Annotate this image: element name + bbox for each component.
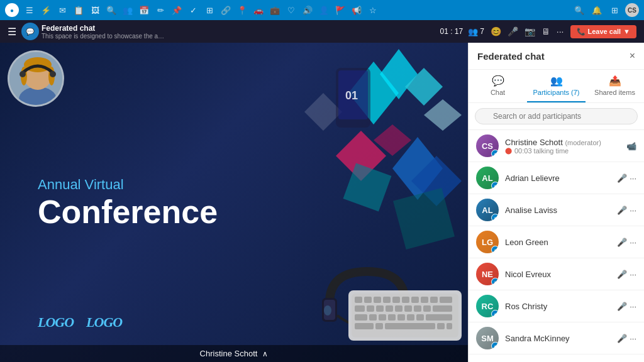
mute-button[interactable]: 🎤	[506, 25, 519, 38]
mute-participant-icon[interactable]: 🎤	[617, 270, 627, 279]
participant-status: ⬤ 00:03 talking time	[505, 147, 620, 155]
mute-participant-icon[interactable]: 🎤	[617, 238, 627, 247]
participant-name: Adrian Lelievre	[505, 173, 611, 183]
federated-badge: ●	[491, 150, 499, 157]
emoji-button[interactable]: 😊	[489, 25, 502, 38]
tab-chat[interactable]: 💬 Chat	[469, 70, 527, 102]
svg-rect-46	[397, 314, 405, 321]
svg-rect-39	[414, 305, 421, 312]
nav-flag-icon[interactable]: 🚩	[333, 3, 347, 17]
screen-share-button[interactable]: 🖥	[540, 25, 552, 38]
svg-marker-10	[424, 99, 462, 131]
participant-info: Leon Green	[505, 238, 611, 247]
leave-dropdown-icon: ▼	[623, 28, 630, 35]
mute-participant-icon[interactable]: 🎤	[617, 206, 627, 215]
participant-info: Nicol Evreux	[505, 270, 611, 279]
nav-notes-icon[interactable]: 📌	[170, 3, 184, 17]
call-room-icon: 💬	[21, 23, 39, 40]
main-content: 01 Annual Virtual Conference LOGO LOGO	[0, 43, 644, 362]
nav-car-icon[interactable]: 🚗	[252, 3, 265, 17]
sidebar-tabs: 💬 Chat 👥 Participants (7) 📤 Shared items	[469, 70, 644, 103]
nav-megaphone-icon[interactable]: 📢	[350, 3, 364, 17]
participant-search-input[interactable]	[475, 108, 638, 124]
svg-text:01: 01	[345, 89, 358, 102]
svg-rect-49	[426, 314, 452, 321]
svg-rect-27	[392, 297, 400, 303]
more-options-icon[interactable]: ···	[630, 173, 636, 183]
participant-avatar: NE ●	[476, 263, 499, 285]
nav-grid-icon[interactable]: ⊞	[203, 3, 216, 17]
svg-rect-29	[411, 297, 419, 303]
svg-rect-51	[375, 323, 383, 329]
svg-rect-26	[383, 297, 391, 303]
participant-avatar: LG ●	[476, 231, 499, 253]
more-options-button[interactable]: ···	[555, 25, 565, 38]
participants-count: 👥7	[468, 27, 484, 36]
call-room-name: Federated chat	[42, 24, 167, 33]
nav-user-icon[interactable]: 👤	[317, 3, 331, 17]
svg-rect-47	[407, 314, 414, 321]
more-options-icon[interactable]: ···	[630, 270, 636, 279]
participant-item: RC ● Ros Christy 🎤 ···	[469, 290, 644, 322]
shared-tab-label: Shared items	[594, 89, 635, 96]
nav-tasks-icon[interactable]: ✓	[186, 3, 200, 17]
nav-heart-icon[interactable]: ♡	[284, 3, 298, 17]
mute-participant-icon[interactable]: 🎤	[617, 302, 627, 311]
nav-photos-icon[interactable]: 🖼	[88, 3, 102, 17]
nav-audio-icon[interactable]: 🔊	[301, 3, 314, 17]
more-options-icon[interactable]: ···	[630, 334, 636, 343]
more-options-icon[interactable]: ···	[630, 206, 636, 215]
call-timer: 01 : 17	[440, 27, 463, 36]
participant-controls: 🎤 ···	[617, 334, 636, 343]
nav-link-icon[interactable]: 🔗	[219, 3, 233, 17]
nav-mail-icon[interactable]: ✉	[55, 3, 69, 17]
nav-star-icon[interactable]: ☆	[366, 3, 380, 17]
nav-menu-icon[interactable]: ☰	[23, 3, 36, 17]
participant-controls: 🎤 ···	[617, 270, 636, 279]
close-sidebar-button[interactable]: ×	[630, 50, 635, 62]
participants-tab-label: Participants (7)	[533, 89, 580, 96]
tab-participants[interactable]: 👥 Participants (7)	[527, 70, 586, 102]
tab-shared-items[interactable]: 📤 Shared items	[586, 70, 644, 102]
svg-point-62	[50, 71, 56, 77]
global-search-icon[interactable]: 🔍	[572, 3, 586, 17]
svg-rect-38	[404, 305, 412, 312]
leave-call-button[interactable]: 📞 Leave call ▼	[570, 25, 636, 38]
sidebar-header: Federated chat ×	[469, 43, 644, 70]
shared-tab-icon: 📤	[609, 75, 621, 87]
notification-bell-icon[interactable]: 🔔	[590, 3, 604, 17]
video-off-button[interactable]: 📷	[523, 25, 536, 38]
top-navigation: ● ☰ ⚡ ✉ 📋 🖼 🔍 👥 📅 ✏ 📌 ✓ ⊞ 🔗 📍 🚗 💼 ♡ 🔊 👤 …	[0, 0, 644, 20]
svg-rect-7	[343, 163, 392, 212]
mute-participant-icon[interactable]: 🎤	[617, 334, 627, 343]
mute-participant-icon[interactable]: 🎤	[617, 173, 627, 183]
participant-name: Ros Christy	[505, 302, 611, 311]
participant-avatar: AL ●	[476, 199, 499, 221]
svg-rect-28	[402, 297, 409, 303]
nav-contacts-icon[interactable]: 👥	[121, 3, 135, 17]
svg-rect-53	[437, 323, 445, 329]
talking-time: 00:03 talking time	[514, 147, 569, 155]
nav-briefcase-icon[interactable]: 💼	[268, 3, 282, 17]
participant-item: CS ● Christine Schott (moderator) ⬤ 00:0…	[469, 130, 644, 162]
participant-controls: 📹	[626, 141, 636, 151]
more-options-icon[interactable]: ···	[630, 302, 636, 311]
participant-avatar: SM ●	[476, 327, 499, 349]
nav-edit-icon[interactable]: ✏	[153, 3, 167, 17]
nav-files-icon[interactable]: 📋	[72, 3, 86, 17]
sidebar-title: Federated chat	[477, 51, 545, 62]
grid-apps-icon[interactable]: ⊞	[608, 3, 621, 17]
chevron-up-icon[interactable]: ∧	[262, 349, 268, 358]
svg-point-61	[19, 71, 26, 77]
user-avatar[interactable]: CS	[625, 3, 639, 17]
participant-info: Christine Schott (moderator) ⬤ 00:03 tal…	[505, 138, 620, 155]
nav-search-icon[interactable]: 🔍	[104, 3, 118, 17]
participant-controls: 🎤 ···	[617, 206, 636, 215]
nav-calendar-icon[interactable]: 📅	[137, 3, 151, 17]
nav-activity-icon[interactable]: ⚡	[39, 3, 53, 17]
nav-map-icon[interactable]: 📍	[235, 3, 249, 17]
participant-controls: 🎤 ···	[617, 302, 636, 311]
more-options-icon[interactable]: ···	[630, 238, 636, 247]
participant-name: Christine Schott (moderator)	[505, 138, 620, 147]
sidebar-toggle-button[interactable]: ☰	[8, 26, 16, 38]
